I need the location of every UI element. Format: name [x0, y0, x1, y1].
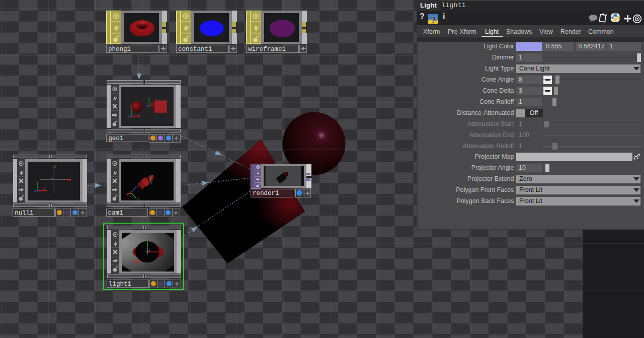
- svg-text:z: z: [128, 115, 130, 118]
- svg-text:x: x: [138, 113, 140, 117]
- svg-text:X: X: [137, 258, 139, 262]
- svg-text:?: ?: [431, 15, 436, 24]
- svg-text:z: z: [51, 176, 53, 180]
- svg-text:z: z: [34, 189, 36, 193]
- svg-text:X: X: [43, 187, 45, 191]
- svg-text:y: y: [37, 180, 39, 184]
- svg-text:z: z: [127, 261, 129, 264]
- svg-text:y: y: [55, 164, 57, 168]
- svg-text:y: y: [148, 98, 150, 101]
- svg-text:y: y: [137, 197, 139, 200]
- svg-text:x: x: [151, 103, 153, 106]
- svg-text:z: z: [151, 174, 153, 179]
- svg-text:X: X: [126, 193, 129, 197]
- svg-text:X: X: [69, 178, 71, 182]
- svg-text:z: z: [137, 185, 139, 188]
- svg-text:z: z: [146, 105, 148, 108]
- svg-text:y: y: [150, 180, 152, 184]
- svg-text:z: z: [149, 248, 151, 252]
- svg-text:y: y: [130, 106, 132, 109]
- svg-text:y: y: [130, 252, 132, 255]
